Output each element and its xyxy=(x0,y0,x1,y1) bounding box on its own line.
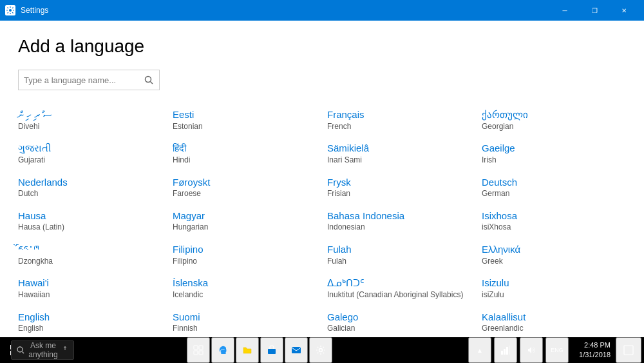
store-button[interactable] xyxy=(260,337,283,363)
svg-rect-20 xyxy=(624,346,633,355)
language-item[interactable]: Eesti Estonian xyxy=(173,103,317,137)
volume-icon[interactable] xyxy=(520,337,543,363)
language-subname: German xyxy=(482,188,623,199)
search-box[interactable] xyxy=(18,70,160,90)
task-view-button[interactable] xyxy=(187,337,210,363)
language-name: Bahasa Indonesia xyxy=(327,210,469,222)
minimize-button[interactable]: ─ xyxy=(550,0,580,21)
language-item[interactable]: Deutsch German xyxy=(482,171,626,204)
svg-rect-17 xyxy=(504,349,506,355)
language-subname: Filipino xyxy=(173,256,314,267)
language-item[interactable]: Isixhosa isiXhosa xyxy=(482,204,626,238)
time-display: 2:48 PM xyxy=(584,340,611,350)
language-name: ཇོང་ཁ xyxy=(18,243,160,256)
language-item[interactable]: Gaeilge Irish xyxy=(482,137,626,170)
search-button[interactable] xyxy=(138,70,159,90)
language-item[interactable]: Føroyskt Faroese xyxy=(173,171,317,204)
language-item[interactable]: Frysk Frisian xyxy=(327,171,471,204)
language-subname: Faroese xyxy=(173,188,314,199)
notification-button[interactable] xyxy=(616,337,641,363)
system-tray: ▲ ENG xyxy=(463,337,574,363)
svg-rect-13 xyxy=(268,349,276,354)
date-display: 1/31/2018 xyxy=(579,350,611,360)
main-content: Add a language ސ ުރ ިހ ިން Divehi Eesti … xyxy=(0,21,644,337)
language-item[interactable]: ཇོང་ཁ Dzongkha xyxy=(18,238,162,271)
settings-icon xyxy=(5,5,15,15)
language-item[interactable]: Fulah Fulah xyxy=(327,238,471,271)
language-name: Deutsch xyxy=(482,176,623,189)
taskbar-left: Ask me anything xyxy=(3,337,55,363)
language-item[interactable]: Français French xyxy=(327,103,471,137)
language-item[interactable]: Hawai'i Hawaiian xyxy=(18,271,162,305)
network-icon[interactable] xyxy=(494,337,517,363)
language-subname: Dzongkha xyxy=(18,256,160,267)
language-name: Français xyxy=(327,108,469,121)
language-item[interactable]: ગુજરાતી Gujarati xyxy=(18,137,162,170)
svg-rect-16 xyxy=(501,351,503,355)
language-item[interactable]: Magyar Hungarian xyxy=(173,204,317,238)
svg-rect-18 xyxy=(506,347,508,355)
edge-button[interactable] xyxy=(211,337,234,363)
language-name: Íslenska xyxy=(173,277,314,289)
language-item[interactable]: Ελληνικά Greek xyxy=(482,238,626,271)
svg-line-2 xyxy=(151,82,153,84)
language-item[interactable]: ސ ުރ ިހ ިން Divehi xyxy=(18,103,162,137)
language-subname: Hausa (Latin) xyxy=(18,222,160,233)
language-name: Galego xyxy=(327,311,469,324)
language-subname: Greenlandic xyxy=(482,323,623,334)
search-input[interactable] xyxy=(19,75,138,85)
svg-point-0 xyxy=(9,9,12,12)
language-subname: Inari Sami xyxy=(327,155,469,166)
language-item[interactable]: Bahasa Indonesia Indonesian xyxy=(327,204,471,238)
language-subname: Estonian xyxy=(173,121,314,132)
language-item[interactable]: Filipino Filipino xyxy=(173,238,317,271)
language-name: Filipino xyxy=(173,243,314,256)
language-name: Sämikielâ xyxy=(327,142,469,155)
svg-rect-14 xyxy=(292,347,301,353)
language-item[interactable]: ქართული Georgian xyxy=(482,103,626,137)
window-controls: ─ ❐ ✕ xyxy=(550,0,639,21)
language-name: Frysk xyxy=(327,176,469,189)
svg-rect-12 xyxy=(199,351,203,355)
language-item[interactable]: ᐃᓄᒃᑎᑐᑦ Inuktitut (Canadian Aboriginal Sy… xyxy=(327,271,471,305)
tray-chevron[interactable]: ▲ xyxy=(468,337,491,363)
mail-button[interactable] xyxy=(285,337,308,363)
language-subname: French xyxy=(327,121,469,132)
maximize-button[interactable]: ❐ xyxy=(580,0,609,21)
search-taskbar-button[interactable]: Ask me anything xyxy=(30,337,55,363)
language-name: Fulah xyxy=(327,243,469,256)
window-title: Settings xyxy=(21,6,48,15)
taskbar-search-area[interactable]: Ask me anything xyxy=(11,340,73,360)
file-explorer-button[interactable] xyxy=(236,337,259,363)
language-name: Hausa xyxy=(18,210,160,222)
clock[interactable]: 2:48 PM 1/31/2018 xyxy=(574,340,616,360)
language-item[interactable]: Hausa Hausa (Latin) xyxy=(18,204,162,238)
svg-point-1 xyxy=(146,77,151,83)
language-item[interactable]: Galego Galician xyxy=(327,306,471,337)
language-name: Nederlands xyxy=(18,176,160,189)
close-button[interactable]: ✕ xyxy=(609,0,639,21)
language-subname: isiZulu xyxy=(482,289,623,300)
svg-line-8 xyxy=(23,352,24,354)
language-subname: Hawaiian xyxy=(18,289,160,300)
language-subname: Irish xyxy=(482,155,623,166)
title-bar: Settings ─ ❐ ✕ xyxy=(0,0,644,21)
settings-taskbar-button[interactable] xyxy=(309,337,332,363)
language-item[interactable]: Sämikielâ Inari Sami xyxy=(327,137,471,170)
keyboard-icon[interactable]: ENG xyxy=(545,337,569,363)
svg-point-7 xyxy=(17,347,23,352)
language-subname: Indonesian xyxy=(327,222,469,233)
taskbar: Ask me anything xyxy=(0,337,644,363)
language-item[interactable]: Suomi Finnish xyxy=(173,306,317,337)
language-item[interactable]: Nederlands Dutch xyxy=(18,171,162,204)
language-item[interactable]: हिंदी Hindi xyxy=(173,137,317,170)
language-name: Gaeilge xyxy=(482,142,623,155)
language-subname: Dutch xyxy=(18,188,160,199)
taskbar-right: ▲ ENG 2:48 PM 1/31/2018 xyxy=(463,337,641,363)
language-item[interactable]: Íslenska Icelandic xyxy=(173,271,317,305)
language-item[interactable]: Kalaallisut Greenlandic xyxy=(482,306,626,337)
language-item[interactable]: Isizulu isiZulu xyxy=(482,271,626,305)
language-name: Suomi xyxy=(173,311,314,324)
language-item[interactable]: English English xyxy=(18,306,162,337)
language-name: हिंदी xyxy=(173,142,314,155)
